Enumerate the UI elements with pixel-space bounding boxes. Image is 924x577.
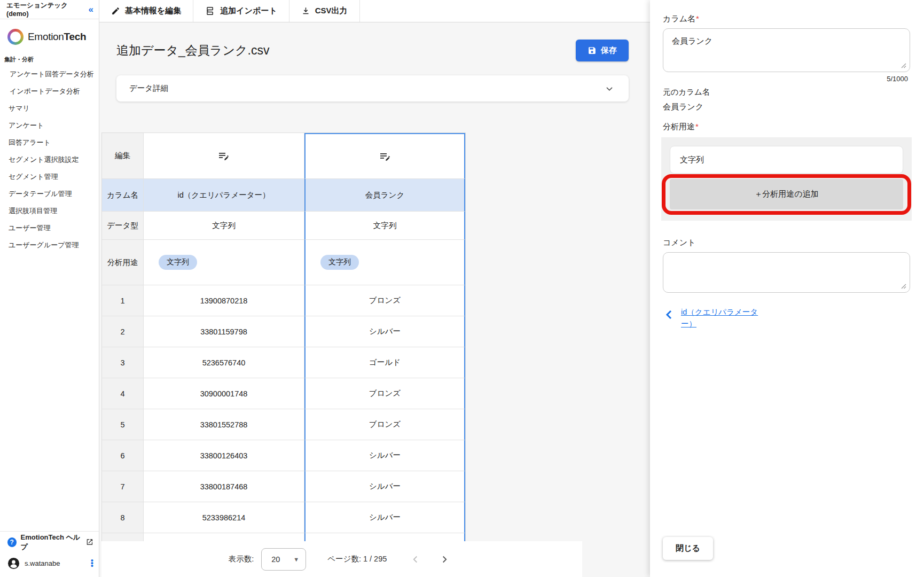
close-button[interactable]: 閉じる <box>663 537 713 560</box>
save-icon <box>588 46 597 55</box>
select-arrow-icon: ▼ <box>293 556 299 563</box>
column-name-textarea[interactable]: 会員ランク <box>663 28 910 72</box>
user-row: s.watanabe ••• <box>0 552 99 577</box>
edit-list-icon <box>379 150 391 163</box>
user-menu-kebab-icon[interactable]: ••• <box>91 559 93 567</box>
row-number: 3 <box>102 347 144 378</box>
cell-id: 33801552788 <box>144 409 304 440</box>
analysis-use-chip: 文字列 <box>320 255 359 270</box>
row-number: 2 <box>102 316 144 347</box>
analysis-use-input[interactable] <box>670 146 903 174</box>
brand-logo-icon <box>7 29 24 45</box>
sidebar-item-datatable-management[interactable]: データテーブル管理 <box>0 185 99 202</box>
table-row: 1 13900870218 ブロンズ <box>102 285 465 316</box>
column-name-cell-1[interactable]: id（クエリパラメーター） <box>144 179 304 212</box>
sidebar-collapse-icon[interactable]: « <box>89 5 93 14</box>
page-title: 追加データ_会員ランク.csv <box>116 42 269 59</box>
chevron-right-icon <box>438 553 450 565</box>
additional-import-button[interactable]: 追加インポート <box>193 0 289 22</box>
pencil-icon <box>111 6 120 15</box>
row-number: 7 <box>102 471 144 502</box>
save-button[interactable]: 保存 <box>576 40 629 61</box>
cell-rank: ブロンズ <box>304 409 465 440</box>
page-info: ページ数: 1 / 295 <box>327 554 387 564</box>
cell-rank: シルバー <box>304 440 465 471</box>
edit-column-1-button[interactable] <box>144 133 304 179</box>
column-name-cell-2[interactable]: 会員ランク <box>304 179 465 212</box>
table-row: 7 33800187468 シルバー <box>102 471 465 502</box>
analysis-use-chip: 文字列 <box>159 255 197 270</box>
cell-id: 30900001748 <box>144 378 304 409</box>
edit-list-icon <box>217 150 230 162</box>
table-row: 2 33801159798 シルバー <box>102 316 465 347</box>
help-icon: ? <box>7 537 17 547</box>
sidebar-item-import-analysis[interactable]: インポートデータ分析 <box>0 83 99 100</box>
sidebar-item-summary[interactable]: サマリ <box>0 100 99 117</box>
sidebar-nav: 集計・分析 アンケート回答データ分析 インポートデータ分析 サマリ アンケート … <box>0 52 99 254</box>
sidebar-item-segment-management[interactable]: セグメント管理 <box>0 168 99 185</box>
sidebar-item-survey-analysis[interactable]: アンケート回答データ分析 <box>0 66 99 83</box>
workspace-header: エモーションテック (demo) « <box>0 0 99 19</box>
sidebar-item-survey[interactable]: アンケート <box>0 117 99 134</box>
cell-rank: ゴールド <box>304 347 465 378</box>
data-type-cell-1: 文字列 <box>144 212 304 240</box>
table-row: 5 33801552788 ブロンズ <box>102 409 465 440</box>
brand-logo: EmotionTech <box>0 19 99 52</box>
row-header-analysis-use: 分析用途 <box>102 240 144 285</box>
sidebar-item-usergroup-management[interactable]: ユーザーグループ管理 <box>0 237 99 254</box>
download-icon <box>301 6 310 15</box>
accordion-label: データ詳細 <box>129 83 168 93</box>
add-analysis-use-button[interactable]: ＋分析用途の追加 <box>670 179 903 209</box>
sidebar-item-user-management[interactable]: ユーザー管理 <box>0 220 99 237</box>
required-asterisk: * <box>696 14 699 23</box>
data-type-cell-2: 文字列 <box>304 212 465 240</box>
row-number: 1 <box>102 285 144 316</box>
import-icon <box>205 6 215 16</box>
char-counter: 5/1000 <box>887 75 908 83</box>
chevron-left-icon[interactable] <box>663 308 676 321</box>
analysis-use-cell-2: 文字列 <box>304 240 465 285</box>
comment-label: コメント <box>663 238 910 248</box>
table-row: 6 33800126403 シルバー <box>102 440 465 471</box>
brand-name-bold: Tech <box>64 31 87 42</box>
edit-basic-info-button[interactable]: 基本情報を編集 <box>99 0 193 22</box>
avatar <box>7 557 20 570</box>
cell-id: 33800126403 <box>144 440 304 471</box>
pagination-bar: 表示数: 20 ▼ ページ数: 1 / 295 <box>101 541 582 577</box>
row-header-edit: 編集 <box>102 133 144 179</box>
cell-rank: ブロンズ <box>304 378 465 409</box>
cell-id: 33800187468 <box>144 471 304 502</box>
sidebar-item-response-alert[interactable]: 回答アラート <box>0 134 99 151</box>
row-number: 5 <box>102 409 144 440</box>
prev-page-button[interactable] <box>405 549 426 570</box>
data-table: 編集 カラム名 id（クエリパラメーター） 会員ランク データ型 文字列 文字列… <box>101 132 466 542</box>
table-row: 8 5233986214 シルバー <box>102 502 465 533</box>
row-number: 8 <box>102 502 144 533</box>
per-page-select[interactable]: 20 ▼ <box>261 548 306 571</box>
top-toolbar: 基本情報を編集 追加インポート CSV出力 <box>99 0 650 22</box>
data-detail-accordion[interactable]: データ詳細 <box>116 75 629 102</box>
required-asterisk: * <box>695 122 699 131</box>
row-header-column-name: カラム名 <box>102 179 144 212</box>
sidebar: エモーションテック (demo) « EmotionTech 集計・分析 アンケ… <box>0 0 99 577</box>
workspace-name: エモーションテック (demo) <box>6 1 89 18</box>
row-header-data-type: データ型 <box>102 212 144 240</box>
user-name: s.watanabe <box>25 559 60 567</box>
column-edit-drawer: カラム名* 会員ランク 5/1000 元のカラム名 会員ランク 分析用途* ＋分… <box>650 0 924 577</box>
analysis-use-section: ＋分析用途の追加 <box>661 137 912 221</box>
comment-textarea[interactable] <box>663 252 910 293</box>
table-row: 4 30900001748 ブロンズ <box>102 378 465 409</box>
nav-section-label: 集計・分析 <box>0 52 99 66</box>
table-row: 3 5236576740 ゴールド <box>102 347 465 378</box>
help-link[interactable]: ? EmotionTech ヘルプ <box>0 531 99 552</box>
sidebar-item-segment-choice-settings[interactable]: セグメント選択肢設定 <box>0 151 99 168</box>
analysis-use-cell-1: 文字列 <box>144 240 304 285</box>
next-page-button[interactable] <box>434 549 455 570</box>
csv-export-button[interactable]: CSV出力 <box>289 0 360 22</box>
edit-column-2-button[interactable] <box>304 133 465 179</box>
main-content: 追加データ_会員ランク.csv 保存 データ詳細 編集 カラム名 id（クエリパ… <box>99 22 650 577</box>
sidebar-item-choice-item-management[interactable]: 選択肢項目管理 <box>0 202 99 220</box>
previous-column-link[interactable]: id（クエリパラメーター） <box>681 307 772 330</box>
cell-rank: ブロンズ <box>304 285 465 316</box>
external-link-icon <box>86 538 93 546</box>
